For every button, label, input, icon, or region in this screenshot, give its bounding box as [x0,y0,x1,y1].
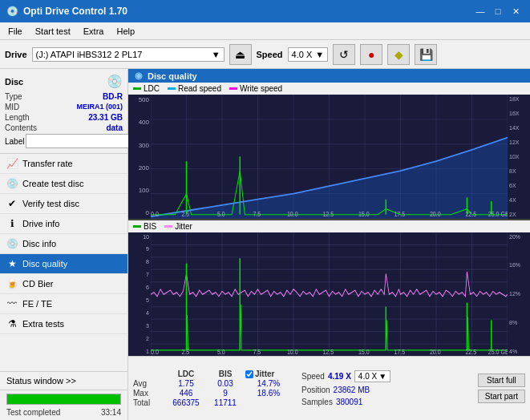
sidebar-item-extra-tests[interactable]: ⚗ Extra tests [0,314,127,334]
y-right-8pct: 8% [509,320,528,325]
menu-file[interactable]: File [3,25,27,38]
sidebar-item-disc-info[interactable]: 💿 Disc info [0,234,127,254]
main-layout: Disc 💿 Type BD-R MID MEIRA1 (001) Length… [0,69,530,420]
legend-write: Write speed [229,84,282,93]
y-right-12x: 12X [509,139,528,145]
menu-bar: File Start test Extra Help [0,22,530,40]
content-area: ◉ Disc quality LDC Read speed Write spee… [128,69,530,420]
progress-bar-outer [6,394,121,405]
jitter-legend-label: Jitter [175,222,192,231]
y-label-9: 9 [130,246,149,252]
sidebar-item-cd-bier[interactable]: 🍺 CD Bier [0,274,127,294]
nav-label-drive-info: Drive info [22,219,59,228]
close-button[interactable]: ✕ [508,4,524,18]
bis-legend-label: BIS [144,222,156,231]
nav-label-verify-test-disc: Verify test disc [22,199,79,208]
menu-help[interactable]: Help [111,25,140,38]
svg-text:0.0: 0.0 [151,348,159,356]
svg-text:5.0: 5.0 [217,348,225,356]
y-label-100: 100 [130,187,149,194]
svg-text:2.5: 2.5 [181,348,189,356]
sidebar-item-drive-info[interactable]: ℹ Drive info [0,214,127,234]
drive-info-icon: ℹ [6,218,18,229]
disc-length-label: Length [5,113,30,122]
svg-text:10.0: 10.0 [287,211,298,219]
disc-length-value: 23.31 GB [88,113,123,122]
stats-col-bis: BIS [208,370,242,378]
disc-mid-field: MID MEIRA1 (001) [5,103,123,111]
title-bar-controls: — □ ✕ [472,4,524,18]
stats-row-avg-label: Avg [133,379,164,388]
top-chart-svg: 0.0 2.5 5.0 7.5 10.0 12.5 15.0 17.5 20.0… [151,95,508,219]
svg-text:17.5: 17.5 [394,348,405,356]
extra-tests-icon: ⚗ [6,318,18,329]
fe-te-icon: 〰 [6,298,18,309]
start-part-button[interactable]: Start part [478,390,525,403]
ldc-legend-dot [133,87,141,90]
y-label-3: 3 [130,323,149,329]
verify-test-disc-icon: ✔ [6,198,18,209]
legend-jitter: Jitter [164,222,192,231]
speed-dropdown-icon[interactable]: ▼ [315,50,324,59]
legend-ldc: LDC [133,84,160,93]
y-label-200: 200 [130,164,149,172]
settings-button2[interactable]: ◆ [387,44,410,65]
stats-row-total-label: Total [133,398,164,407]
stats-total-jitter [245,398,292,407]
minimize-button[interactable]: — [472,4,488,18]
position-row: Position 23862 MB [301,386,473,394]
y-label-400: 400 [130,119,149,126]
y-label-2: 2 [130,336,149,341]
settings-button1[interactable]: ● [360,44,382,65]
sidebar-item-transfer-rate[interactable]: 📈 Transfer rate [0,154,127,174]
sidebar-item-verify-test-disc[interactable]: ✔ Verify test disc [0,194,127,214]
stats-table: LDC BIS Jitter Avg 1.75 0.03 14.7% Max 4… [133,370,292,407]
nav-label-disc-quality: Disc quality [22,259,67,269]
top-chart-legend: LDC Read speed Write speed [128,83,530,95]
svg-text:12.5: 12.5 [322,348,334,356]
refresh-button[interactable]: ↺ [333,44,355,65]
jitter-checkbox[interactable] [245,370,253,378]
disc-label-label: Label [5,137,24,146]
bis-legend-dot [133,225,141,228]
create-test-disc-icon: 💿 [6,178,18,189]
y-right-4pct: 4% [509,349,528,354]
progress-area: Test completed 33:14 [0,390,127,420]
read-legend-dot [168,87,176,90]
svg-text:25.0 GB: 25.0 GB [488,211,508,219]
disc-mid-label: MID [5,103,19,111]
y-label-4: 4 [130,310,149,316]
svg-text:17.5: 17.5 [394,211,405,219]
svg-text:15.0: 15.0 [358,348,370,356]
y-right-20pct: 20% [509,234,528,240]
bottom-chart-legend: BIS Jitter [128,220,530,232]
y-right-4x: 4X [509,197,528,203]
status-time: 33:14 [101,408,121,417]
write-legend-dot [229,87,237,90]
stats-col-ldc: LDC [167,370,205,378]
speed-selector[interactable]: 4.0 X ▼ [288,47,329,62]
disc-quality-icon: ★ [6,258,18,269]
drive-dropdown-icon[interactable]: ▼ [212,50,220,59]
sidebar-item-disc-quality[interactable]: ★ Disc quality [0,254,127,274]
disc-label-input[interactable] [26,134,134,148]
menu-extra[interactable]: Extra [79,25,109,38]
sidebar-item-fe-te[interactable]: 〰 FE / TE [0,294,127,314]
drive-bar: Drive (J:) ATAPI iHBS312 2 PL17 ▼ ⏏ Spee… [0,40,530,69]
write-legend-label: Write speed [240,84,282,93]
y-label-7: 7 [130,272,149,277]
save-button[interactable]: 💾 [415,44,437,65]
bottom-y-axis-left: 10 9 8 7 6 5 4 3 2 1 [128,232,151,357]
menu-start-test[interactable]: Start test [30,25,75,38]
speed-selector-dropdown[interactable]: 4.0 X ▼ [354,370,390,382]
status-window-button[interactable]: Status window >> [0,372,127,390]
speed-selector-value: 4.0 X [358,372,377,381]
maximize-button[interactable]: □ [490,4,506,18]
y-label-500: 500 [130,96,149,103]
start-full-button[interactable]: Start full [478,374,525,387]
drive-selector[interactable]: (J:) ATAPI iHBS312 2 PL17 ▼ [32,47,225,62]
top-y-axis-left: 500 400 300 200 100 0 [128,95,151,219]
eject-button[interactable]: ⏏ [229,44,252,65]
sidebar-item-create-test-disc[interactable]: 💿 Create test disc [0,174,127,194]
y-label-8: 8 [130,259,149,265]
